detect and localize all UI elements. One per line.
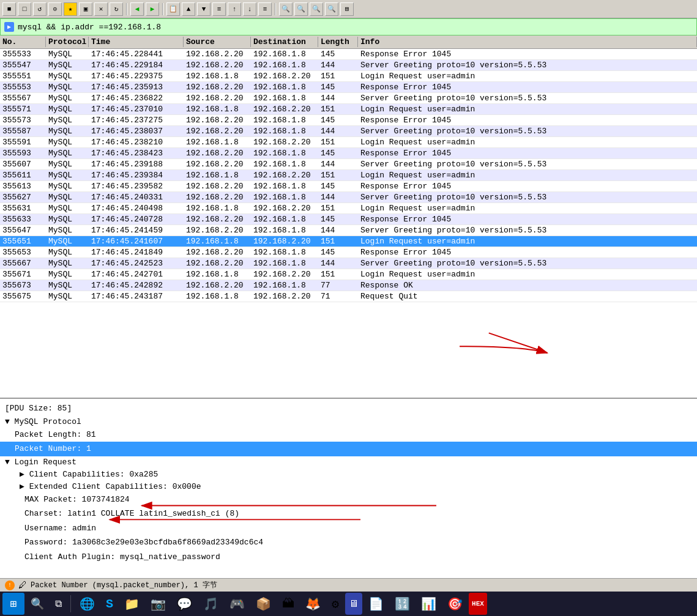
toolbar-btn-11[interactable]: ▼ [197,2,211,16]
packet-cell: MySQL [46,214,89,225]
taskbar-app-store[interactable]: 📦 [251,593,276,615]
packet-cell: 151 [318,269,358,280]
table-row[interactable]: 355673MySQL17:46:45.242892192.168.2.2019… [0,280,697,291]
toolbar-btn-15[interactable]: ≡ [258,2,272,16]
table-row[interactable]: 355611MySQL17:46:45.239384192.168.1.8192… [0,170,697,181]
packet-cell: 17:46:45.242523 [89,258,184,269]
table-row[interactable]: 355587MySQL17:46:45.238037192.168.2.2019… [0,126,697,137]
taskbar-app-wireshark[interactable]: 🖥 [345,593,362,615]
toolbar-btn-10[interactable]: ▲ [182,2,195,16]
toolbar-btn-13[interactable]: ↑ [228,2,241,16]
col-time[interactable]: Time [89,37,184,47]
taskbar-app-files[interactable]: 📁 [119,593,144,615]
status-icon: ! [5,581,15,590]
table-row[interactable]: 355533MySQL17:46:45.228441192.168.2.2019… [0,49,697,60]
table-row[interactable]: 355567MySQL17:46:45.236822192.168.2.2019… [0,93,697,104]
toolbar-btn-9[interactable]: 📋 [166,2,180,16]
taskbar-app-music[interactable]: 🎵 [198,593,223,615]
taskbar-app-notepad[interactable]: 📄 [363,593,389,615]
taskbar-app-firefox[interactable]: 🦊 [300,593,326,615]
taskbar-app-chat[interactable]: 💬 [172,593,197,615]
toolbar-btn-3[interactable]: ↺ [33,2,47,16]
taskview-button[interactable]: ⧉ [50,593,67,615]
packet-cell: 192.168.1.8 [251,93,318,103]
packet-cell: Response Error 1045 [358,181,697,191]
col-protocol[interactable]: Protocol [46,37,89,47]
col-source[interactable]: Source [184,37,251,47]
detail-client-cap[interactable]: ▶ Client Capabilities: 0xa285 [0,468,697,480]
taskbar-app-steam[interactable]: 🎮 [225,593,250,615]
filter-value[interactable]: mysql && ip.addr ==192.168.1.8 [18,23,161,32]
taskbar-app-edge[interactable]: 🌐 [75,593,100,615]
packet-cell: 145 [318,115,358,125]
toolbar-btn-zoom-100[interactable]: 🔍 [325,2,338,16]
toolbar-btn-2[interactable]: □ [18,2,31,16]
toolbar-btn-zoom-in[interactable]: 🔍 [279,2,293,16]
taskbar-app-hex[interactable]: HEX [469,593,487,615]
packet-list[interactable]: 355533MySQL17:46:45.228441192.168.2.2019… [0,49,697,398]
table-row[interactable]: 355553MySQL17:46:45.235913192.168.2.2019… [0,82,697,93]
table-row[interactable]: 355573MySQL17:46:45.237275192.168.2.2019… [0,115,697,126]
toolbar-btn-back[interactable]: ◀ [130,2,144,16]
col-info[interactable]: Info [358,37,697,47]
taskbar-app-photo[interactable]: 📷 [146,593,171,615]
table-row[interactable]: 355593MySQL17:46:45.238423192.168.2.2019… [0,148,697,159]
packet-cell: Login Request user=admin [358,203,697,213]
toolbar-btn-fwd[interactable]: ▶ [146,2,159,16]
table-row[interactable]: 355551MySQL17:46:45.229375192.168.1.8192… [0,71,697,82]
toolbar-btn-12[interactable]: ≡ [212,2,226,16]
toolbar-btn-zoom-fit[interactable]: 🔍 [310,2,323,16]
start-button[interactable]: ⊞ [2,593,24,615]
table-row[interactable]: 355613MySQL17:46:45.239582192.168.2.2019… [0,181,697,192]
table-row[interactable]: 355671MySQL17:46:45.242701192.168.1.8192… [0,269,697,280]
toolbar-btn-4[interactable]: ⊙ [48,2,62,16]
table-row[interactable]: 355647MySQL17:46:45.241459192.168.2.2019… [0,225,697,236]
toolbar-btn-6[interactable]: ▣ [79,2,92,16]
taskbar-app-target[interactable]: 🎯 [442,593,468,615]
expand-ext-cap-icon: ▶ [20,482,29,491]
table-row[interactable]: 355675MySQL17:46:45.243187192.168.1.8192… [0,291,697,302]
filter-icon: ▶ [4,22,14,32]
table-row[interactable]: 355547MySQL17:46:45.229184192.168.2.2019… [0,60,697,71]
packet-cell: MySQL [46,203,89,213]
toolbar-btn-1[interactable]: ■ [2,2,16,16]
table-row[interactable]: 355653MySQL17:46:45.241849192.168.2.2019… [0,247,697,258]
taskbar-app-settings[interactable]: ⚙ [327,593,344,615]
table-row[interactable]: 355591MySQL17:46:45.238210192.168.1.8192… [0,137,697,148]
packet-cell: Server Greeting proto=10 version=5.5.53 [358,192,697,202]
packet-cell: 192.168.1.8 [184,291,251,302]
detail-max-packet: MAX Packet: 1073741824 [0,492,697,507]
detail-ext-client-cap[interactable]: ▶ Extended Client Capabilities: 0x000e [0,480,697,492]
taskbar-app-sogou[interactable]: S [101,593,118,615]
table-row[interactable]: 355607MySQL17:46:45.239188192.168.2.2019… [0,159,697,170]
detail-mysql-protocol[interactable]: ▼ MySQL Protocol [0,416,697,428]
toolbar-btn-8[interactable]: ↻ [110,2,123,16]
toolbar-btn-14[interactable]: ↓ [243,2,256,16]
packet-cell: 192.168.2.20 [184,214,251,225]
toolbar-btn-16[interactable]: ⊞ [340,2,354,16]
packet-cell: 145 [318,181,358,191]
table-row[interactable]: 355571MySQL17:46:45.237010192.168.1.8192… [0,104,697,115]
packet-cell: 355613 [0,181,46,191]
col-no[interactable]: No. [0,37,46,47]
detail-login-request[interactable]: ▼ Login Request [0,456,697,468]
packet-cell: 17:46:45.238037 [89,126,184,136]
packet-cell: 192.168.2.20 [184,82,251,92]
table-row[interactable]: 355633MySQL17:46:45.240728192.168.2.2019… [0,214,697,225]
taskbar-app-calc[interactable]: 🔢 [390,593,415,615]
taskbar-app-excel[interactable]: 📊 [416,593,441,615]
table-row[interactable]: 355667MySQL17:46:45.242523192.168.2.2019… [0,258,697,269]
search-button[interactable]: 🔍 [26,593,49,615]
taskbar-sep [70,595,71,612]
table-row[interactable]: 355651MySQL17:46:45.241607192.168.1.8192… [0,236,697,247]
table-row[interactable]: 355627MySQL17:46:45.240331192.168.2.2019… [0,192,697,203]
toolbar-btn-zoom-out[interactable]: 🔍 [294,2,308,16]
taskbar-app-photos[interactable]: 🏔 [277,593,299,615]
table-row[interactable]: 355631MySQL17:46:45.240498192.168.1.8192… [0,203,697,214]
packet-cell: MySQL [46,181,89,191]
toolbar-btn-7[interactable]: ✕ [94,2,108,16]
packet-cell: 192.168.2.20 [184,148,251,158]
toolbar-btn-5[interactable]: ★ [64,2,77,16]
col-destination[interactable]: Destination [251,37,318,47]
col-length[interactable]: Length [318,37,358,47]
